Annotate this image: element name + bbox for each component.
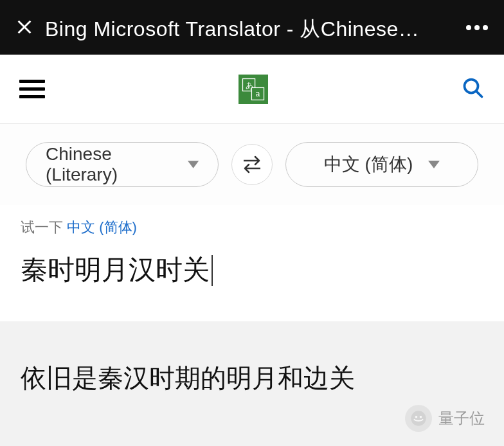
source-language-label: Chinese (Literary) bbox=[46, 144, 183, 185]
translator-logo: あ a bbox=[239, 75, 268, 104]
svg-point-16 bbox=[415, 416, 418, 418]
watermark-text: 量子位 bbox=[438, 408, 485, 429]
search-button[interactable] bbox=[462, 76, 485, 102]
svg-point-17 bbox=[420, 416, 422, 418]
app-header: あ a bbox=[0, 55, 504, 124]
svg-point-3 bbox=[474, 25, 480, 30]
try-label: 试一下 bbox=[21, 219, 67, 235]
close-button[interactable] bbox=[15, 18, 33, 36]
menu-button[interactable] bbox=[19, 80, 45, 98]
search-icon bbox=[462, 76, 485, 100]
source-language-selector[interactable]: Chinese (Literary) bbox=[26, 142, 219, 187]
input-text-value: 秦时明月汉时关 bbox=[21, 254, 210, 285]
input-section: 试一下 中文 (简体) 秦时明月汉时关 bbox=[0, 205, 504, 321]
close-icon bbox=[15, 18, 33, 36]
try-suggestion: 试一下 中文 (简体) bbox=[21, 218, 483, 237]
language-selector-row: Chinese (Literary) 中文 (简体) bbox=[0, 124, 504, 205]
target-language-label: 中文 (简体) bbox=[324, 152, 413, 177]
translation-input[interactable]: 秦时明月汉时关 bbox=[21, 251, 213, 289]
swap-icon bbox=[241, 156, 263, 174]
target-language-selector[interactable]: 中文 (简体) bbox=[285, 142, 478, 187]
svg-marker-11 bbox=[188, 161, 199, 168]
svg-marker-14 bbox=[428, 161, 440, 168]
more-options-button[interactable] bbox=[465, 24, 489, 31]
chevron-down-icon bbox=[188, 161, 199, 168]
svg-point-15 bbox=[411, 411, 426, 425]
watermark: 量子位 bbox=[405, 405, 485, 432]
svg-point-2 bbox=[466, 25, 471, 30]
window-title-bar: Bing Microsoft Translator - 从Chinese… bbox=[0, 0, 504, 55]
swap-languages-button[interactable] bbox=[231, 144, 273, 185]
chevron-down-icon bbox=[428, 161, 440, 168]
watermark-avatar bbox=[405, 405, 432, 432]
more-icon bbox=[465, 24, 489, 31]
svg-line-10 bbox=[476, 91, 482, 96]
svg-text:a: a bbox=[255, 89, 260, 98]
try-language-link[interactable]: 中文 (简体) bbox=[67, 219, 137, 235]
hamburger-icon bbox=[19, 80, 45, 83]
svg-point-4 bbox=[483, 25, 488, 30]
text-cursor bbox=[212, 255, 213, 286]
translation-output: 依旧是秦汉时期的明月和边关 bbox=[21, 360, 483, 396]
window-title: Bing Microsoft Translator - 从Chinese… bbox=[45, 15, 458, 44]
